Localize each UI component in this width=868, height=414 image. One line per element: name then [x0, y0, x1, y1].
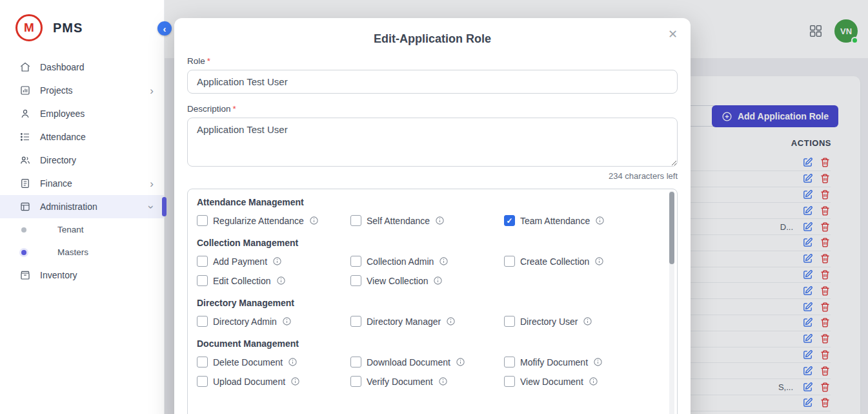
checkbox[interactable]	[504, 357, 515, 367]
checkbox[interactable]	[350, 376, 361, 387]
info-icon	[594, 256, 604, 266]
edit-application-role-modal: ✕ Edit-Application Role Role* Descriptio…	[174, 18, 691, 414]
sidebar-item-dashboard[interactable]: Dashboard	[0, 56, 164, 79]
permission-item[interactable]: Create Collection	[504, 256, 658, 267]
bullet-icon	[21, 227, 26, 233]
permission-item[interactable]: Verify Document	[350, 376, 504, 387]
info-icon	[433, 276, 443, 285]
permission-item[interactable]: Delete Document	[197, 357, 350, 367]
sidebar-collapse-button[interactable]: ‹	[157, 21, 172, 36]
sidebar-nav: Dashboard Projects › Employees Atten	[0, 53, 164, 287]
permission-label: Create Collection	[520, 256, 589, 267]
sidebar-subitem-masters[interactable]: Masters	[0, 241, 164, 264]
permission-label: Regularize Attendance	[213, 216, 304, 226]
permission-label: Upload Document	[213, 377, 285, 387]
checkbox[interactable]	[197, 316, 208, 327]
checkbox[interactable]	[197, 275, 208, 286]
sidebar-item-attendance[interactable]: Attendance	[0, 125, 164, 149]
permission-item[interactable]: Team Attendance	[504, 215, 658, 226]
checkbox[interactable]	[504, 376, 515, 387]
directory-icon	[19, 154, 31, 166]
permission-item[interactable]: Edit Collection	[197, 275, 350, 286]
permission-item[interactable]: Add Payment	[197, 256, 350, 267]
checkbox[interactable]	[197, 256, 208, 267]
info-icon	[446, 316, 456, 326]
permission-item[interactable]: Self Attendance	[350, 215, 504, 226]
permission-label: Add Payment	[213, 256, 267, 267]
permission-item[interactable]: View Collection	[350, 275, 504, 286]
permission-section-attendance: Attendance Management Regularize Attenda…	[197, 197, 658, 226]
checkbox[interactable]	[504, 256, 515, 267]
section-title: Directory Management	[197, 298, 658, 308]
sidebar-item-directory[interactable]: Directory	[0, 149, 164, 172]
dashboard-icon	[19, 61, 31, 73]
modal-title: Edit-Application Role	[187, 30, 678, 46]
permission-item[interactable]: View Document	[504, 376, 658, 387]
permission-label: View Collection	[367, 276, 428, 286]
permission-item[interactable]: Collection Admin	[350, 256, 504, 267]
permissions-panel: Attendance Management Regularize Attenda…	[187, 189, 678, 414]
permission-item[interactable]: Directory User	[504, 316, 658, 327]
checkbox[interactable]	[197, 215, 208, 226]
role-input[interactable]	[187, 70, 678, 94]
permission-label: Directory User	[520, 316, 578, 327]
permission-label: Directory Manager	[367, 316, 441, 327]
info-icon	[276, 276, 286, 285]
permission-label: Directory Admin	[213, 316, 277, 327]
scrollbar-thumb[interactable]	[669, 192, 674, 264]
brand-name: PMS	[53, 21, 83, 36]
permission-item[interactable]: Download Document	[350, 357, 504, 367]
sidebar-item-employees[interactable]: Employees	[0, 102, 164, 125]
description-label-text: Description	[187, 104, 231, 114]
permission-section-directory: Directory Management Directory Admin Dir…	[197, 298, 658, 327]
checkbox[interactable]	[197, 376, 208, 387]
close-icon[interactable]: ✕	[668, 28, 678, 40]
required-asterisk: *	[207, 56, 210, 66]
sidebar-item-label: Inventory	[40, 270, 77, 280]
permission-item[interactable]: Mofify Document	[504, 357, 658, 367]
administration-icon	[19, 201, 31, 212]
permission-item[interactable]: Directory Admin	[197, 316, 350, 327]
checkbox[interactable]	[350, 256, 361, 267]
sidebar-item-finance[interactable]: Finance ›	[0, 172, 164, 195]
permission-label: Team Attendance	[520, 216, 590, 226]
permission-label: Delete Document	[213, 357, 283, 367]
checkbox[interactable]	[350, 215, 361, 226]
chevron-right-icon: ›	[150, 178, 154, 189]
permission-item[interactable]: Regularize Attendance	[197, 215, 350, 226]
sidebar-item-inventory[interactable]: Inventory	[0, 264, 164, 287]
description-textarea[interactable]: Application Test User	[187, 118, 678, 167]
sidebar-item-label: Directory	[40, 155, 76, 165]
permission-item[interactable]: Directory Manager	[350, 316, 504, 327]
finance-icon	[19, 178, 31, 189]
checkbox[interactable]	[350, 316, 361, 327]
projects-icon	[19, 85, 31, 96]
sidebar-item-projects[interactable]: Projects ›	[0, 79, 164, 102]
sidebar-subitem-tenant[interactable]: Tenant	[0, 218, 164, 241]
info-icon	[272, 256, 282, 266]
required-asterisk: *	[233, 104, 236, 114]
sidebar-item-administration[interactable]: Administration ›	[0, 195, 164, 218]
sidebar-item-label: Projects	[40, 85, 73, 96]
permission-label: Mofify Document	[520, 357, 588, 367]
section-title: Attendance Management	[197, 197, 658, 207]
permission-label: Verify Document	[367, 377, 433, 387]
permission-item[interactable]: Upload Document	[197, 376, 350, 387]
checkbox[interactable]	[504, 215, 515, 226]
attendance-icon	[19, 131, 31, 143]
checkbox[interactable]	[350, 357, 361, 367]
permission-grid: Add Payment Collection Admin Create Coll…	[197, 256, 658, 286]
permission-label: View Document	[520, 377, 583, 387]
info-icon	[583, 316, 592, 326]
sidebar-item-label: Employees	[40, 109, 85, 119]
chevron-right-icon: ›	[150, 85, 154, 96]
checkbox[interactable]	[504, 316, 515, 327]
info-icon	[456, 357, 465, 367]
info-icon	[589, 377, 598, 386]
checkbox[interactable]	[350, 275, 361, 286]
permission-label: Self Attendance	[367, 216, 430, 226]
permission-section-collection: Collection Management Add Payment Collec…	[197, 238, 658, 286]
info-icon	[290, 377, 300, 386]
checkbox[interactable]	[197, 357, 208, 367]
role-label-text: Role	[187, 56, 205, 66]
